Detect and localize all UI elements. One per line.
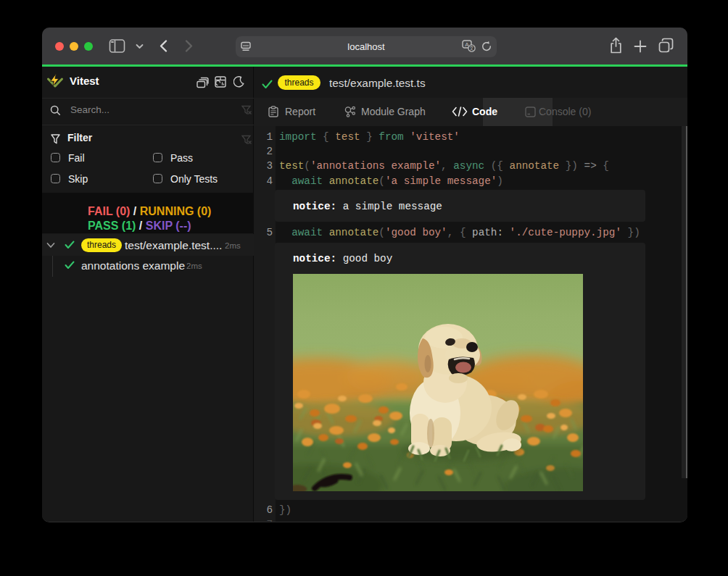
- svg-text:文: 文: [469, 45, 474, 51]
